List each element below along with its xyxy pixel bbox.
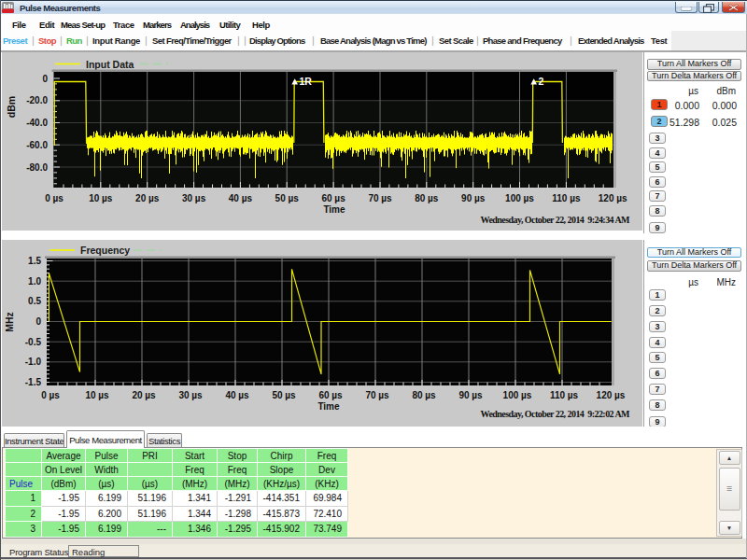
svg-text:70 µs: 70 µs xyxy=(368,193,392,203)
svg-text:dBm: dBm xyxy=(6,96,17,118)
svg-text:2: 2 xyxy=(539,76,544,87)
svg-text:80 µs: 80 µs xyxy=(412,390,436,400)
svg-text:Time: Time xyxy=(323,204,345,215)
svg-text:10 µs: 10 µs xyxy=(89,193,113,203)
svg-text:Wednesday, October 22, 2014 9: Wednesday, October 22, 2014 9:24:34 AM xyxy=(481,215,631,225)
svg-text:120 µs: 120 µs xyxy=(597,390,626,400)
svg-text:40 µs: 40 µs xyxy=(225,390,249,400)
svg-text:120 µs: 120 µs xyxy=(599,193,627,203)
svg-text:100 µs: 100 µs xyxy=(503,390,532,400)
svg-text:Input Data: Input Data xyxy=(86,59,134,70)
svg-text:110 µs: 110 µs xyxy=(552,193,581,203)
svg-text:-60.0: -60.0 xyxy=(26,140,48,150)
svg-text:30 µs: 30 µs xyxy=(182,193,206,203)
svg-text:50 µs: 50 µs xyxy=(272,390,296,400)
svg-text:100 µs: 100 µs xyxy=(505,193,534,203)
svg-text:-1.0: -1.0 xyxy=(25,357,42,367)
svg-text:1.0: 1.0 xyxy=(28,276,41,287)
svg-text:Frequency: Frequency xyxy=(80,245,130,256)
svg-text:MHz: MHz xyxy=(4,312,15,332)
svg-text:20 µs: 20 µs xyxy=(135,193,160,203)
svg-text:-40.0: -40.0 xyxy=(26,118,48,128)
svg-text:110 µs: 110 µs xyxy=(550,390,579,400)
svg-text:10 µs: 10 µs xyxy=(85,390,109,400)
svg-text:0: 0 xyxy=(42,74,48,84)
svg-text:60 µs: 60 µs xyxy=(318,390,343,400)
svg-text:80 µs: 80 µs xyxy=(415,193,439,203)
svg-text:Time: Time xyxy=(317,401,340,412)
svg-text:0 µs: 0 µs xyxy=(41,390,60,400)
svg-text:20 µs: 20 µs xyxy=(132,390,156,400)
svg-text:Wednesday, October 22, 2014 9: Wednesday, October 22, 2014 9:22:02 AM xyxy=(481,409,631,419)
svg-text:-80.0: -80.0 xyxy=(26,162,48,173)
svg-text:30 µs: 30 µs xyxy=(178,390,203,400)
svg-text:-20.0: -20.0 xyxy=(26,95,48,105)
svg-text:1.5: 1.5 xyxy=(28,256,41,266)
svg-text:1R: 1R xyxy=(300,76,313,87)
svg-text:70 µs: 70 µs xyxy=(365,390,389,400)
svg-text:50 µs: 50 µs xyxy=(275,193,300,203)
svg-text:40 µs: 40 µs xyxy=(229,193,253,203)
svg-text:90 µs: 90 µs xyxy=(461,193,486,203)
svg-text:-1.5: -1.5 xyxy=(25,377,42,387)
svg-text:0: 0 xyxy=(35,316,41,327)
svg-text:0.5: 0.5 xyxy=(28,296,41,306)
svg-text:60 µs: 60 µs xyxy=(321,193,345,203)
svg-text:0 µs: 0 µs xyxy=(45,193,63,203)
svg-text:90 µs: 90 µs xyxy=(458,390,483,400)
svg-text:-0.5: -0.5 xyxy=(25,337,42,347)
